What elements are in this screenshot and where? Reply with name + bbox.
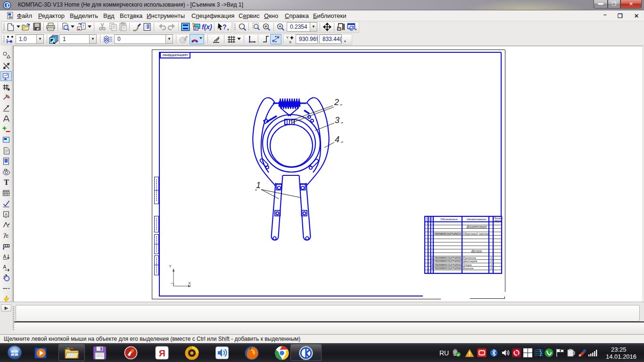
svg-text:A: A — [3, 264, 7, 270]
svg-text:X: X — [289, 40, 292, 44]
svg-text:ГР.2015060515.СБ.19 ТМ25.003: ГР.2015060515.СБ.19 ТМ25.003 — [434, 263, 462, 266]
svg-text:Детали: Детали — [471, 249, 482, 252]
svg-text:б: б — [4, 275, 6, 279]
svg-text:ЛУАН.5ГДЦ ДЦАПУМЩ АТ АТ Л: ЛУАН.5ГДЦ ДЦАПУМЩ АТ АТ Л — [162, 54, 189, 57]
svg-text:Наименование: Наименование — [467, 218, 487, 221]
svg-text:чание: чание — [494, 219, 502, 222]
svg-text:Рукоятка: Рукоятка — [463, 256, 476, 259]
svg-text:1: 1 — [431, 256, 433, 259]
svg-text:A: A — [3, 254, 7, 259]
svg-text:Документация: Документация — [466, 225, 487, 228]
svg-text:A: A — [5, 212, 8, 217]
svg-text:4: 4 — [335, 135, 339, 144]
svg-text:E: E — [6, 234, 9, 239]
svg-text:ГР.2015060515.СБ.19 ТМ25.004: ГР.2015060515.СБ.19 ТМ25.004 — [434, 267, 462, 270]
svg-text:Я: Я — [159, 348, 165, 358]
svg-text:Опора: Опора — [463, 263, 472, 266]
svg-text:Y: Y — [169, 264, 172, 269]
svg-text:1: 1 — [490, 256, 492, 259]
svg-text:X: X — [188, 281, 191, 286]
svg-text:3: 3 — [335, 115, 339, 125]
svg-text:1: 1 — [490, 263, 492, 266]
svg-text:?: ? — [192, 22, 195, 28]
svg-text:Обозначение: Обозначение — [440, 218, 458, 221]
svg-text:2: 2 — [490, 260, 492, 263]
svg-text:1: 1 — [490, 267, 492, 270]
svg-text:1: 1 — [256, 181, 261, 190]
svg-text:ГР.2015060515.СБ.19 ТМ25.002: ГР.2015060515.СБ.19 ТМ25.002 — [434, 260, 462, 263]
svg-text:?: ? — [223, 23, 227, 31]
svg-text:Шестерня: Шестерня — [463, 260, 478, 263]
svg-text:ГР.2015060515.СБ.19 ТМ25.001: ГР.2015060515.СБ.19 ТМ25.001 — [434, 256, 462, 259]
svg-text:Y: Y — [286, 35, 289, 40]
svg-text:Болтон: Болтон — [463, 267, 474, 270]
svg-text:Сборочный чертеж: Сборочный чертеж — [463, 232, 489, 235]
svg-text:2: 2 — [334, 98, 339, 107]
svg-text:ГР.2015060515.СБ.19 ТМ25.00 СБ: ГР.2015060515.СБ.19 ТМ25.00 СБ — [434, 232, 462, 235]
svg-text:2: 2 — [431, 260, 433, 263]
